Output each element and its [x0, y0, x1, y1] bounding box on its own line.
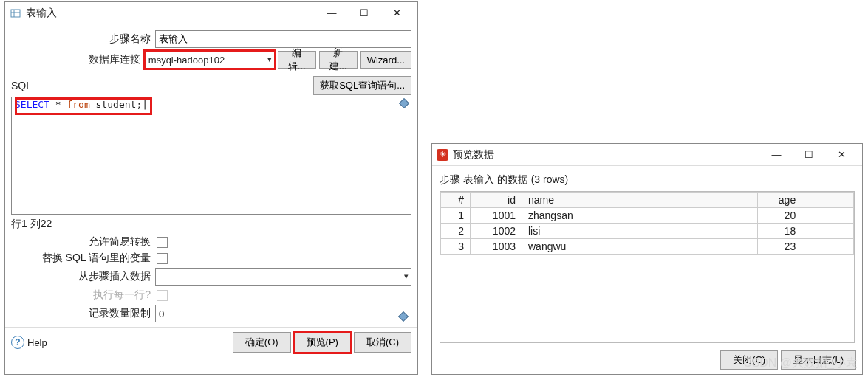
- col-index: #: [441, 193, 471, 208]
- db-connection-value: msyql-hadoop102: [145, 51, 275, 69]
- insert-from-step-label: 从步骤插入数据: [11, 270, 155, 283]
- wizard-button[interactable]: Wizard...: [360, 51, 411, 69]
- get-sql-button[interactable]: 获取SQL查询语句...: [313, 76, 411, 95]
- insert-from-step-value: [155, 268, 411, 286]
- minimize-button[interactable]: —: [315, 3, 348, 24]
- new-connection-button[interactable]: 新建...: [319, 51, 358, 69]
- preview-data-dialog: ✳ 预览数据 — ☐ ✕ 步骤 表输入 的数据 (3 rows) # id na…: [431, 143, 863, 375]
- cursor-position-status: 行1 列22: [5, 216, 417, 232]
- maximize-button[interactable]: ☐: [348, 3, 380, 24]
- table-row[interactable]: 3 1003 wangwu 23: [441, 239, 854, 255]
- allow-simple-checkbox[interactable]: [157, 237, 168, 248]
- table-row[interactable]: 1 1001 zhangsan 20: [441, 208, 854, 224]
- record-limit-input[interactable]: [155, 305, 411, 322]
- table-row[interactable]: 2 1002 lisi 18: [441, 224, 854, 239]
- db-connection-combo[interactable]: msyql-hadoop102 ▾: [145, 51, 275, 69]
- show-log-button[interactable]: 显示日志(L): [781, 350, 856, 370]
- ok-button[interactable]: 确定(O): [233, 332, 291, 353]
- maximize-button[interactable]: ☐: [793, 145, 825, 165]
- help-link[interactable]: Help: [27, 337, 47, 348]
- dialog-title: 表输入: [26, 7, 315, 20]
- help-icon: ?: [11, 336, 24, 349]
- close-button[interactable]: ✕: [825, 145, 858, 165]
- table-input-icon: [10, 7, 21, 19]
- svg-rect-0: [11, 10, 20, 17]
- exec-each-row-label: 执行每一行?: [11, 288, 155, 302]
- preview-grid[interactable]: # id name age 1 1001 zhangsan 20: [440, 191, 855, 343]
- replace-vars-label: 替换 SQL 语句里的变量: [11, 252, 155, 265]
- dialog-footer: ? Help 确定(O) 预览(P) 取消(C): [5, 327, 417, 357]
- close-button[interactable]: ✕: [380, 3, 413, 24]
- preview-button[interactable]: 预览(P): [294, 332, 351, 353]
- col-id: id: [471, 193, 522, 208]
- col-name: name: [522, 193, 758, 208]
- step-name-label: 步骤名称: [11, 32, 155, 46]
- replace-vars-checkbox[interactable]: [157, 253, 168, 264]
- sql-content: SELECT * from student;|: [12, 97, 411, 111]
- step-name-input[interactable]: [155, 30, 411, 48]
- cancel-button[interactable]: 取消(C): [354, 332, 411, 353]
- col-filler: [802, 193, 854, 208]
- close-preview-button[interactable]: 关闭(C): [720, 350, 778, 370]
- preview-icon: ✳: [437, 149, 448, 161]
- sql-label: SQL: [11, 80, 32, 91]
- table-header-row: # id name age: [441, 193, 854, 208]
- table-input-dialog: 表输入 — ☐ ✕ 步骤名称 数据库连接 msyql-hadoop102 ▾ 编…: [4, 1, 418, 375]
- edit-connection-button[interactable]: 编辑...: [278, 51, 316, 69]
- db-connection-label: 数据库连接: [11, 53, 145, 66]
- form-area: 步骤名称 数据库连接 msyql-hadoop102 ▾ 编辑... 新建...…: [5, 24, 417, 73]
- preview-dialog-title: 预览数据: [453, 148, 760, 162]
- minimize-button[interactable]: —: [760, 145, 793, 165]
- titlebar: ✳ 预览数据 — ☐ ✕: [432, 144, 862, 166]
- record-limit-label: 记录数量限制: [11, 307, 155, 320]
- exec-each-row-checkbox: [157, 290, 168, 301]
- preview-footer: 关闭(C) 显示日志(L): [432, 347, 862, 374]
- allow-simple-label: 允许简易转换: [11, 235, 155, 249]
- sql-editor[interactable]: SELECT * from student;|: [11, 97, 411, 215]
- titlebar: 表输入 — ☐ ✕: [5, 2, 417, 24]
- col-age: age: [758, 193, 802, 208]
- preview-caption: 步骤 表输入 的数据 (3 rows): [440, 173, 855, 187]
- insert-from-step-combo[interactable]: ▾: [155, 268, 411, 286]
